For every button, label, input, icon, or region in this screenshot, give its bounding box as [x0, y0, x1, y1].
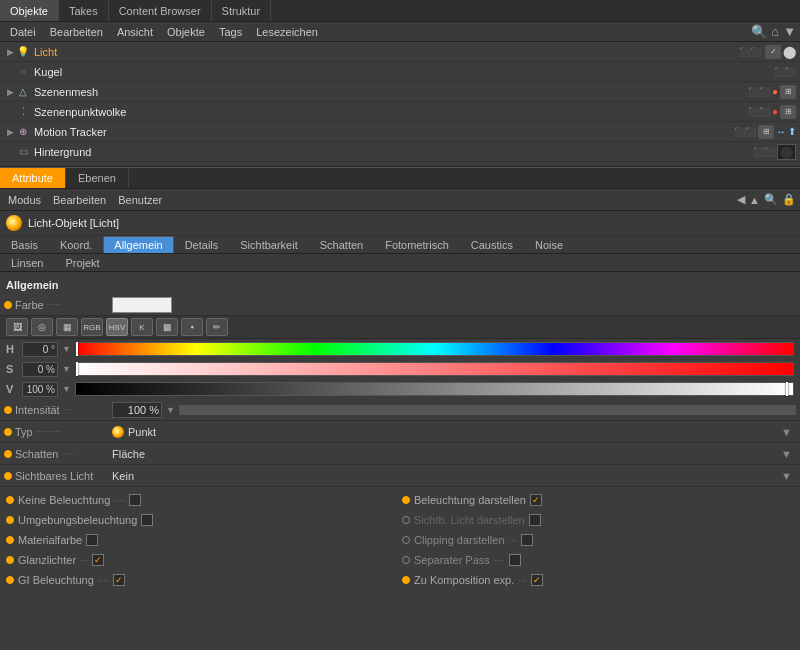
typ-dropdown-arrow[interactable]: ▼ — [781, 426, 796, 438]
prop-tab-allgemein[interactable]: Allgemein — [103, 236, 173, 253]
home-icon[interactable]: ⌂ — [771, 24, 779, 39]
check-clipping-box[interactable] — [521, 534, 533, 546]
color-tool-image[interactable]: 🖼 — [6, 318, 28, 336]
color-tool-rgb[interactable]: RGB — [81, 318, 103, 336]
glanzlichter-dot[interactable] — [6, 556, 14, 564]
menu-lesezeichen[interactable]: Lesezeichen — [250, 22, 324, 41]
arrow-up-icon[interactable]: ▲ — [749, 194, 760, 206]
menu-tags[interactable]: Tags — [213, 22, 248, 41]
sichtb-licht-dot[interactable] — [402, 516, 410, 524]
v-arrow[interactable]: ▼ — [62, 384, 71, 394]
object-row-motiontracker[interactable]: ▶ ⊕ Motion Tracker ⬛⬛ ⊞ ↔ ⬆ — [0, 122, 800, 142]
h-value[interactable] — [22, 342, 58, 357]
h-slider[interactable] — [75, 342, 794, 356]
object-row-licht[interactable]: ▶ 💡 Licht ⬛⬛ ✓ ⬤ — [0, 42, 800, 62]
tag-grid-motiontracker[interactable]: ⊞ — [758, 125, 774, 139]
color-tool-gradient[interactable]: ▦ — [56, 318, 78, 336]
color-tool-eyedropper[interactable]: ✏ — [206, 318, 228, 336]
prop-tab-schatten[interactable]: Schatten — [309, 236, 374, 253]
color-tool-hsv[interactable]: HSV — [106, 318, 128, 336]
menu-ansicht[interactable]: Ansicht — [111, 22, 159, 41]
clipping-dot[interactable] — [402, 536, 410, 544]
typ-value[interactable]: Punkt ▼ — [112, 426, 796, 438]
umgebungsbel-dot[interactable] — [6, 516, 14, 524]
check-sichtb-licht-box[interactable] — [529, 514, 541, 526]
color-tool-k[interactable]: K — [131, 318, 153, 336]
bel-darstellen-dot[interactable] — [402, 496, 410, 504]
s-arrow[interactable]: ▼ — [62, 364, 71, 374]
sichtbares-licht-arrow[interactable]: ▼ — [781, 470, 796, 482]
tab-ebenen[interactable]: Ebenen — [66, 168, 129, 188]
menu-objekte[interactable]: Objekte — [161, 22, 211, 41]
prop-tab-noise[interactable]: Noise — [524, 236, 574, 253]
menu-bearbeiten[interactable]: Bearbeiten — [44, 22, 109, 41]
menu-datei[interactable]: Datei — [4, 22, 42, 41]
search-icon[interactable]: 🔍 — [751, 24, 767, 39]
prop-tab-projekt[interactable]: Projekt — [54, 254, 110, 271]
typ-dot[interactable] — [4, 428, 12, 436]
arrow-icon[interactable]: ▼ — [783, 24, 796, 39]
color-tool-picker[interactable]: ▪ — [181, 318, 203, 336]
v-slider[interactable] — [75, 382, 794, 396]
search-icon-attr[interactable]: 🔍 — [764, 193, 778, 206]
tab-struktur[interactable]: Struktur — [212, 0, 272, 21]
prop-tab-linsen[interactable]: Linsen — [0, 254, 54, 271]
schatten-value[interactable]: Fläche ▼ — [112, 448, 796, 460]
expand-szenenmesh[interactable]: ▶ — [4, 87, 16, 97]
tag-dot-szenenpunktwolke[interactable]: ⊞ — [780, 105, 796, 119]
tag-texture-licht[interactable]: ✓ — [765, 45, 781, 59]
check-glanzlichter-box[interactable]: ✓ — [92, 554, 104, 566]
object-row-hintergrund[interactable]: ▭ Hintergrund ⬛⬛ ⬤ — [0, 142, 800, 162]
tag-grid-szenenmesh[interactable]: ⊞ — [780, 85, 796, 99]
color-tool-swatch2[interactable]: ▩ — [156, 318, 178, 336]
keine-bel-dot[interactable] — [6, 496, 14, 504]
zu-komposition-dot[interactable] — [402, 576, 410, 584]
expand-licht[interactable]: ▶ — [4, 47, 16, 57]
toolbar-bearbeiten[interactable]: Bearbeiten — [49, 194, 110, 206]
materialfarbe-dot[interactable] — [6, 536, 14, 544]
check-materialfarbe-box[interactable] — [86, 534, 98, 546]
v-value[interactable] — [22, 382, 58, 397]
lock-icon[interactable]: 🔒 — [782, 193, 796, 206]
check-separater-pass-box[interactable] — [509, 554, 521, 566]
gi-bel-dot[interactable] — [6, 576, 14, 584]
object-row-szenenpunktwolke[interactable]: ⁚ Szenenpunktwolke ⬛⬛ ● ⊞ — [0, 102, 800, 122]
prop-tab-koord[interactable]: Koord. — [49, 236, 103, 253]
tab-attribute[interactable]: Attribute — [0, 168, 66, 188]
check-gi-bel-box[interactable]: ✓ — [113, 574, 125, 586]
prop-tab-fotometrisch[interactable]: Fotometrisch — [374, 236, 460, 253]
check-umgebungsbel-box[interactable] — [141, 514, 153, 526]
prop-tab-sichtbarkeit[interactable]: Sichtbarkeit — [229, 236, 308, 253]
s-value[interactable] — [22, 362, 58, 377]
h-arrow[interactable]: ▼ — [62, 344, 71, 354]
toolbar-modus[interactable]: Modus — [4, 194, 45, 206]
prop-tab-details[interactable]: Details — [174, 236, 230, 253]
color-swatch[interactable] — [112, 297, 172, 313]
arrow-left-icon[interactable]: ◀ — [737, 193, 745, 206]
object-row-kugel[interactable]: ○ Kugel ⬛⬛ — [0, 62, 800, 82]
separater-pass-dot[interactable] — [402, 556, 410, 564]
schatten-dot[interactable] — [4, 450, 12, 458]
intensitaet-bar[interactable] — [179, 405, 796, 415]
expand-motiontracker[interactable]: ▶ — [4, 127, 16, 137]
intensitaet-arrow[interactable]: ▼ — [166, 405, 175, 415]
intensitaet-dot[interactable] — [4, 406, 12, 414]
sichtbares-licht-dot[interactable] — [4, 472, 12, 480]
intensitaet-value[interactable]: ▼ — [112, 402, 796, 418]
schatten-dropdown-arrow[interactable]: ▼ — [781, 448, 796, 460]
s-slider[interactable] — [75, 362, 794, 376]
check-zu-komposition-box[interactable]: ✓ — [531, 574, 543, 586]
color-tool-wheel[interactable]: ◎ — [31, 318, 53, 336]
prop-tab-caustics[interactable]: Caustics — [460, 236, 524, 253]
tab-objekte[interactable]: Objekte — [0, 0, 59, 21]
sichtbares-licht-value[interactable]: Kein ▼ — [112, 470, 796, 482]
tab-takes[interactable]: Takes — [59, 0, 109, 21]
object-row-szenenmesh[interactable]: ▶ △ Szenenmesh ⬛⬛ ● ⊞ — [0, 82, 800, 102]
check-keine-bel-box[interactable] — [129, 494, 141, 506]
intensitaet-input[interactable] — [112, 402, 162, 418]
tab-content-browser[interactable]: Content Browser — [109, 0, 212, 21]
toolbar-benutzer[interactable]: Benutzer — [114, 194, 166, 206]
farbe-dot[interactable] — [4, 301, 12, 309]
prop-tab-basis[interactable]: Basis — [0, 236, 49, 253]
check-bel-darstellen-box[interactable]: ✓ — [530, 494, 542, 506]
